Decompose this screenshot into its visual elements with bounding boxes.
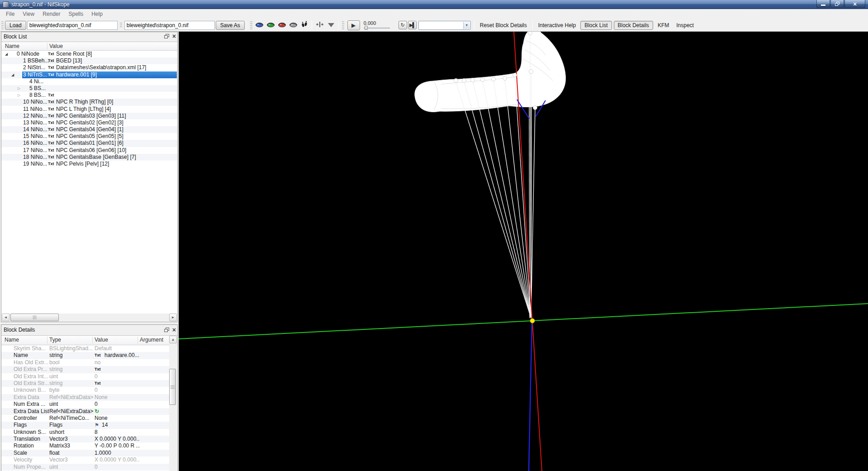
save-path-input[interactable]: bleweighted\strapon_0.nif [124,21,215,30]
scroll-right-icon[interactable]: ► [169,314,177,321]
block-list-row[interactable]: ▷8 BS...Txt [1,92,177,99]
close-panel-icon[interactable]: × [172,327,176,333]
render-viewport[interactable] [179,32,868,471]
expander-closed-icon[interactable]: ▷ [18,85,20,92]
path-splitter[interactable] [120,23,122,28]
scroll-up-icon[interactable]: ▲ [169,336,177,343]
load-button[interactable]: Load [5,21,26,30]
toolbar-grip[interactable] [250,21,252,29]
expander-open-icon[interactable]: ◢ [11,71,14,78]
chevron-down-icon[interactable] [328,23,334,27]
block-details-row[interactable]: Extra Data ListRef<NiExtraData>↻ [1,408,170,415]
column-divider[interactable] [138,337,138,344]
expander-open-icon[interactable]: ◢ [5,51,8,57]
close-panel-icon[interactable]: × [172,33,176,39]
menu-item-help[interactable]: Help [87,10,107,18]
loop-button[interactable]: ↻ [398,21,407,29]
block-details-row[interactable]: Unknown B...byte0 [1,387,170,394]
block-list-row[interactable]: ◢3 NiTriS...Txthardware.001 [9] [1,71,177,78]
minimize-button[interactable] [816,0,830,8]
block-details-row[interactable]: Has Old Extr...boolno [1,359,170,366]
animation-select[interactable]: ▼ [418,21,471,30]
block-details-row[interactable]: Old Extra Pr...stringTxt [1,366,170,373]
animation-slider[interactable] [364,26,396,30]
menu-item-file[interactable]: File [2,10,19,18]
block-list-row[interactable]: 19 NiNo...TxtNPC Pelvis [Pelv] [12] [1,161,177,167]
column-value[interactable]: Value [95,336,108,344]
footprints-icon[interactable] [301,21,308,29]
block-details-row[interactable]: FlagsFlags⚑14 [1,422,170,428]
block-details-row[interactable]: NamestringTxthardware.00... [1,352,170,359]
block-details-row[interactable]: Skyrim Sha...BSLightingShad...Default [1,345,170,352]
inspect-button[interactable]: Inspect [673,21,697,30]
reset-block-details-button[interactable]: Reset Block Details [476,21,531,30]
block-list-row[interactable]: 13 NiNo...TxtNPC Genitals02 [Gen02] [3] [1,119,177,126]
block-list-row[interactable]: 16 NiNo...TxtNPC Genitals01 [Gen01] [6] [1,140,177,147]
block-details-row[interactable]: Extra DataRef<NiExtraData>None [1,394,170,401]
load-path-input[interactable]: bleweighted\strapon_0.nif [27,21,118,30]
block-list-row[interactable]: 1 BSBeh...TxtBGED [13] [1,57,177,64]
block-details-row[interactable]: Unknown S...ushort8 [1,429,170,436]
menu-item-render[interactable]: Render [38,10,64,18]
block-details-row[interactable]: Scalefloat1.0000 [1,450,170,457]
vscroll-thumb[interactable] [169,369,176,405]
play-button[interactable]: ▶ [347,20,360,30]
restore-button[interactable] [830,0,844,8]
toolbar-grip[interactable] [1,21,4,29]
block-list-row[interactable]: 2 NiStri...TxtData\meshes\Sexlab\strapon… [1,64,177,71]
block-details-title-bar[interactable]: Block Details × [1,325,177,336]
expander-closed-icon[interactable]: ▷ [18,92,20,99]
interactive-help-button[interactable]: Interactive Help [535,21,579,30]
column-divider[interactable] [47,337,47,344]
block-list-row[interactable]: 14 NiNo...TxtNPC Genitals04 [Gen04] [1] [1,126,177,133]
eye-gray-icon[interactable] [289,22,298,29]
block-details-row[interactable]: Num Extra ...uint0 [1,401,170,408]
float-panel-icon[interactable] [164,328,169,332]
column-divider[interactable] [47,43,47,49]
block-list-hscrollbar[interactable]: ◄ ► [2,314,177,321]
block-details-row[interactable]: Old Extra Int...uint0 [1,373,170,380]
block-details-row[interactable]: ControllerRef<NiTimeCo...None [1,415,170,422]
block-details-header[interactable]: Name Type Value Argument [1,336,177,345]
eye-blue-icon[interactable] [255,22,264,29]
block-list-title-bar[interactable]: Block List × [1,32,177,42]
block-details-row[interactable]: RotationMatrix33Y -0.00 P 0.00 R ... [1,442,170,449]
block-list-row[interactable]: ▷5 BS... [1,85,177,92]
toolbar-grip[interactable] [342,21,344,29]
axis-snap-icon[interactable] [316,21,324,29]
column-type[interactable]: Type [49,336,61,344]
block-list-row[interactable]: 12 NiNo...TxtNPC Genitals03 [Gen03] [11] [1,113,177,119]
block-details-vscrollbar[interactable]: ▲ [169,336,177,471]
kfm-button[interactable]: KFM [654,21,673,30]
column-value[interactable]: Value [49,42,63,50]
block-details-toggle[interactable]: Block Details [614,21,653,30]
column-argument[interactable]: Argument [140,336,163,344]
menu-item-view[interactable]: View [19,10,38,18]
menu-item-spells[interactable]: Spells [65,10,88,18]
block-list-row[interactable]: 15 NiNo...TxtNPC Genitals05 [Gen05] [5] [1,133,177,140]
block-list-row[interactable]: ◢0 NiNodeTxtScene Root [8] [1,51,177,57]
block-list-toggle[interactable]: Block List [580,21,612,30]
switch-animation-button[interactable]: ▶▌ [408,21,417,29]
origin-marker[interactable] [530,319,535,323]
float-panel-icon[interactable] [164,34,169,38]
scroll-left-icon[interactable]: ◄ [2,314,9,321]
block-details-row[interactable]: TranslationVector3X 0.0000 Y 0.000... [1,436,170,442]
block-list-row[interactable]: 18 NiNo...TxtNPC GenitalsBase [GenBase] … [1,154,177,161]
column-name[interactable]: Name [5,336,19,344]
block-list-header[interactable]: Name Value [1,42,177,51]
block-details-row[interactable]: Old Extra Str...stringTxt [1,380,170,387]
block-list-row[interactable]: 11 NiNo...TxtNPC L Thigh [LThg] [4] [1,106,177,113]
block-list-row[interactable]: 10 NiNo...TxtNPC R Thigh [RThg] [0] [1,99,177,105]
block-list-row[interactable]: 17 NiNo...TxtNPC Genitals06 [Gen06] [10] [1,147,177,154]
eye-red-icon[interactable] [278,22,286,29]
column-divider[interactable] [92,337,93,344]
save-as-button[interactable]: Save As [216,21,245,30]
block-details-row[interactable]: Num Prope...uint0 [1,464,170,471]
block-list-row[interactable]: 4 Ni... [1,78,177,85]
title-bar[interactable]: strapon_0.nif - NifSkope × [0,0,868,9]
column-name[interactable]: Name [5,42,19,50]
close-button[interactable]: × [844,0,865,8]
hscroll-thumb[interactable] [10,314,59,321]
block-details-row[interactable]: VelocityVector3X 0.0000 Y 0.000... [1,457,170,463]
